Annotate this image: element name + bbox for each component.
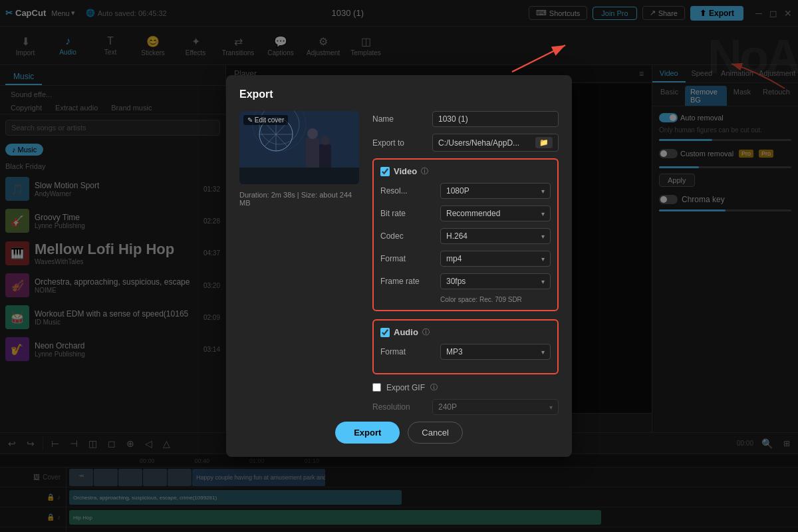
export-dialog: Export [226, 75, 572, 457]
dialog-footer: Export Cancel [239, 422, 559, 444]
audio-section: Audio ⓘ Format MP3 ▾ [372, 319, 559, 374]
svg-rect-14 [239, 168, 359, 184]
chevron-down-icon-4: ▾ [541, 255, 545, 263]
chevron-down-icon-5: ▾ [541, 278, 545, 285]
bitrate-dropdown[interactable]: Recommended ▾ [440, 205, 551, 221]
export-to-row: Export to C:/Users/Neha/AppD... 📁 [372, 134, 559, 152]
framerate-dropdown[interactable]: 30fps ▾ [440, 273, 551, 289]
bitrate-row: Bit rate Recommended ▾ [380, 205, 551, 221]
export-dialog-overlay: Export [0, 0, 798, 532]
resolution-dropdown[interactable]: 1080P ▾ [440, 183, 551, 199]
chevron-down-icon-2: ▾ [541, 210, 545, 217]
export-arrow-annotation [459, 39, 579, 78]
svg-point-13 [321, 136, 330, 145]
framerate-row: Frame rate 30fps ▾ [380, 273, 551, 289]
info-icon: ⓘ [421, 166, 428, 176]
dialog-preview: ✎ Edit cover Duration: 2m 38s | Size: ab… [239, 111, 359, 422]
audio-info-icon: ⓘ [422, 327, 430, 337]
format-dropdown[interactable]: mp4 ▾ [440, 251, 551, 267]
cancel-button[interactable]: Cancel [408, 422, 462, 444]
audio-section-header: Audio ⓘ [380, 327, 551, 337]
duration-info: Duration: 2m 38s | Size: about 244 MB [239, 191, 359, 207]
export-main-button[interactable]: Export [335, 422, 400, 444]
chevron-down-icon-7: ▾ [549, 404, 553, 411]
gif-checkbox[interactable] [372, 383, 381, 392]
chevron-down-icon: ▾ [541, 188, 545, 195]
gif-info-icon: ⓘ [430, 382, 438, 392]
gif-row: Export GIF ⓘ [372, 382, 559, 392]
codec-row: Codec H.264 ▾ [380, 228, 551, 244]
color-space-note: Color space: Rec. 709 SDR [380, 296, 551, 303]
format-row: Format mp4 ▾ [380, 251, 551, 267]
svg-rect-10 [306, 138, 319, 171]
audio-checkbox[interactable] [380, 328, 390, 337]
preview-image: ✎ Edit cover [239, 111, 359, 184]
name-row: Name [372, 111, 559, 127]
chevron-down-icon-6: ▾ [541, 348, 545, 356]
edit-cover-button[interactable]: ✎ Edit cover [243, 115, 288, 125]
gif-resolution-dropdown[interactable]: 240P ▾ [432, 399, 559, 415]
video-section-header: Video ⓘ [380, 166, 551, 176]
browse-button[interactable]: 📁 [535, 137, 553, 148]
video-section: Video ⓘ Resol... 1080P ▾ Bit rate [372, 158, 559, 311]
dialog-body: ✎ Edit cover Duration: 2m 38s | Size: ab… [239, 111, 559, 422]
audio-format-dropdown[interactable]: MP3 ▾ [440, 344, 551, 360]
export-to-input[interactable]: C:/Users/Neha/AppD... 📁 [432, 134, 559, 152]
gif-resolution-row: Resolution 240P ▾ [372, 399, 559, 415]
dialog-title: Export [239, 88, 559, 100]
video-checkbox[interactable] [380, 167, 390, 176]
codec-dropdown[interactable]: H.264 ▾ [440, 228, 551, 244]
resolution-row: Resol... 1080P ▾ [380, 183, 551, 199]
name-input[interactable] [432, 111, 559, 127]
dialog-settings: Name Export to C:/Users/Neha/AppD... 📁 [372, 111, 559, 422]
svg-point-11 [307, 128, 318, 139]
audio-format-row: Format MP3 ▾ [380, 344, 551, 360]
chevron-down-icon-3: ▾ [541, 233, 545, 240]
